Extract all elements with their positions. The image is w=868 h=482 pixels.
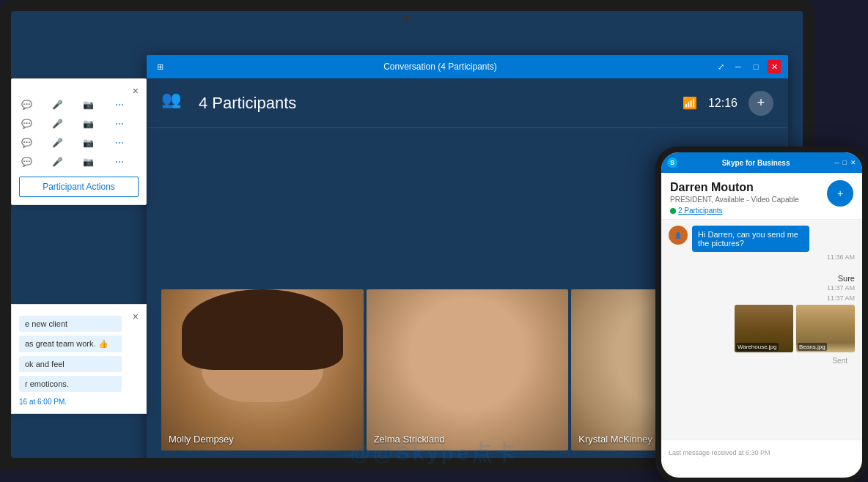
chat-icon-4[interactable]: 💬 — [19, 155, 34, 169]
phone-contact-info: Darren Mouton PRESIDENT, Available - Vid… — [670, 180, 827, 215]
phone-footer: Last message received at 6:30 PM — [661, 440, 862, 462]
header-right-controls: 📶 12:16 + — [683, 91, 773, 116]
video-icon-2[interactable]: 📷 — [81, 116, 96, 131]
chat-icon-3[interactable]: 💬 — [19, 136, 34, 150]
beans-label: Beans.jpg — [798, 343, 827, 351]
message-sender-avatar: 👤 — [669, 226, 688, 245]
participant-name-2: Zelma Strickland — [374, 434, 445, 445]
warehouse-label: Warehouse.jpg — [736, 343, 779, 351]
contact-name: Darren Mouton — [670, 180, 827, 194]
more-icon-4[interactable]: ⋯ — [112, 155, 127, 169]
message-time-1: 11:36 AM — [692, 253, 855, 261]
phone-chat-area[interactable]: 👤 Hi Darren, can you send me the picture… — [661, 220, 862, 440]
chat-message-4: r emoticons. — [19, 376, 122, 392]
participants-sidebar-panel: × 💬 🎤 📷 ⋯ 💬 🎤 📷 ⋯ 💬 🎤 📷 ⋯ 💬 🎤 — [11, 78, 147, 205]
share-icon[interactable]: ⊞ — [154, 61, 166, 73]
message-bubble: Hi Darren, can you send me the pictures? — [692, 226, 809, 252]
chat-messages-panel: × e new client as great team work. 👍 ok … — [11, 304, 147, 414]
skype-titlebar: ⊞ Conversation (4 Participants) ⤢ ─ □ ✕ — [147, 55, 788, 78]
video-tile-1: Molly Dempsey — [161, 289, 364, 451]
more-icon-1[interactable]: ⋯ — [112, 97, 127, 112]
video-icon-4[interactable]: 📷 — [81, 155, 96, 169]
fullscreen-icon[interactable]: ⤢ — [715, 61, 727, 73]
mic-icon-4[interactable]: 🎤 — [50, 155, 65, 169]
mic-icon-3[interactable]: 🎤 — [50, 136, 65, 150]
reply-time: 11:37 AM — [669, 284, 855, 292]
sent-label: Sent — [669, 355, 855, 366]
phone-titlebar: S Skype for Business ─ □ ✕ — [661, 152, 862, 173]
phone-titlebar-controls: ─ □ ✕ — [834, 159, 856, 166]
chat-message-2: as great team work. 👍 — [19, 335, 122, 352]
reply-text: Sure — [838, 271, 855, 286]
chat-panel-close-button[interactable]: × — [133, 311, 139, 322]
chat-icon-2[interactable]: 💬 — [19, 116, 34, 131]
participants-info: 👥 4 Participants — [161, 90, 296, 116]
more-icon-2[interactable]: ⋯ — [112, 116, 127, 131]
close-icon[interactable]: ✕ — [768, 60, 781, 73]
titlebar-left-controls: ⊞ — [154, 61, 166, 73]
video-tile-2: Zelma Strickland — [367, 289, 569, 451]
more-icon-3[interactable]: ⋯ — [112, 136, 127, 150]
chat-message-1: e new client — [19, 316, 122, 332]
phone-minimize-icon[interactable]: ─ — [834, 159, 839, 166]
call-header: 👥 4 Participants 📶 12:16 + — [147, 78, 788, 128]
participant-actions-button[interactable]: Participant Actions — [19, 177, 139, 197]
contact-avatar[interactable]: + — [827, 180, 853, 207]
message-content: Hi Darren, can you send me the pictures?… — [692, 226, 855, 261]
participant-icon-grid: 💬 🎤 📷 ⋯ 💬 🎤 📷 ⋯ 💬 🎤 📷 ⋯ 💬 🎤 📷 ⋯ — [19, 97, 139, 169]
call-timer: 12:16 — [708, 97, 738, 110]
image-attachments: Warehouse.jpg Beans.jpg — [669, 305, 855, 352]
phone-close-icon[interactable]: ✕ — [850, 159, 856, 166]
contact-title: PRESIDENT, Available - Video Capable — [670, 196, 827, 204]
video-icon-1[interactable]: 📷 — [81, 97, 96, 112]
images-section: 11:37 AM Warehouse.jpg Beans.jpg Sent — [669, 294, 855, 366]
minimize-icon[interactable]: ─ — [732, 61, 744, 73]
reply-row: Sure 11:37 AM — [669, 268, 855, 294]
skype-logo-icon: S — [667, 157, 677, 168]
video-icon-3[interactable]: 📷 — [81, 136, 96, 150]
sidebar-close-button[interactable]: × — [133, 85, 139, 97]
participants-group-icon: 👥 — [161, 90, 188, 116]
warehouse-image[interactable]: Warehouse.jpg — [735, 305, 793, 352]
restore-icon[interactable]: □ — [750, 61, 762, 73]
participants-badge: 2 Participants — [670, 207, 827, 215]
mic-icon-2[interactable]: 🎤 — [50, 116, 65, 131]
phone-device: S Skype for Business ─ □ ✕ Darren Mouton… — [655, 147, 868, 482]
chat-message-3: ok and feel — [19, 356, 122, 372]
window-title: Conversation (4 Participants) — [166, 62, 715, 72]
participants-count-badge[interactable]: 2 Participants — [678, 207, 723, 215]
participant-name-3: Krystal McKinney — [578, 434, 652, 445]
chat-date: 16 at 6:00 PM. — [19, 398, 139, 406]
phone-contact-header: Darren Mouton PRESIDENT, Available - Vid… — [661, 173, 862, 220]
last-message-text: Last message received at 6:30 PM — [669, 449, 770, 456]
images-time: 11:37 AM — [669, 294, 855, 302]
phone-restore-icon[interactable]: □ — [843, 159, 847, 166]
signal-strength-icon: 📶 — [683, 96, 697, 110]
add-participant-button[interactable]: + — [749, 91, 773, 116]
chat-icon-1[interactable]: 💬 — [19, 97, 34, 112]
mic-icon-1[interactable]: 🎤 — [50, 97, 65, 112]
phone-window-title: Skype for Business — [677, 159, 834, 167]
beans-image[interactable]: Beans.jpg — [796, 305, 855, 352]
titlebar-right-controls: ⤢ ─ □ ✕ — [715, 60, 781, 73]
phone-screen: S Skype for Business ─ □ ✕ Darren Mouton… — [661, 152, 862, 478]
online-status-dot — [670, 208, 676, 214]
participants-count: 4 Participants — [199, 94, 296, 113]
incoming-message-row: 👤 Hi Darren, can you send me the picture… — [669, 226, 855, 261]
participant-name-1: Molly Dempsey — [169, 434, 234, 445]
laptop-camera — [404, 15, 410, 21]
